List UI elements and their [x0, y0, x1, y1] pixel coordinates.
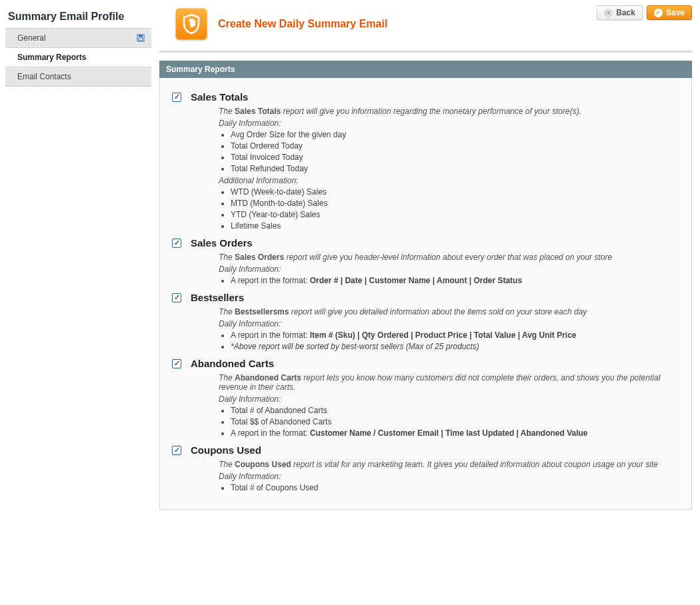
report-checkbox-sales-orders[interactable]: ✓ — [172, 239, 181, 248]
section-heading: Daily Information: — [219, 472, 679, 481]
back-button[interactable]: ‹ Back — [597, 5, 643, 20]
report-title: Sales Orders — [191, 237, 253, 249]
summary-reports-panel: Summary Reports ✓Sales TotalsThe Sales T… — [159, 61, 692, 510]
list-item: Total Ordered Today — [231, 141, 679, 151]
report-title: Abandoned Carts — [191, 358, 274, 369]
list-item: Total # of Abandoned Carts — [231, 406, 679, 415]
sidebar: Summary Email Profile GeneralSummary Rep… — [0, 0, 151, 526]
page-title: Create New Daily Summary Email — [218, 18, 387, 30]
section-items: Total # of Abandoned CartsTotal $$ of Ab… — [231, 406, 679, 438]
report-description: The Coupons Used report is vital for any… — [219, 460, 679, 469]
report-coupons-used: ✓Coupons UsedThe Coupons Used report is … — [172, 444, 679, 492]
list-item: YTD (Year-to-date) Sales — [231, 210, 679, 219]
list-item: Total Invoiced Today — [231, 153, 679, 162]
save-button[interactable]: ✓ Save — [647, 5, 692, 20]
main-content: ‹ Back ✓ Save Create New Daily Summary E… — [151, 0, 700, 526]
section-heading: Additional Information: — [219, 176, 679, 185]
shield-dog-icon — [175, 8, 207, 40]
report-description: The Sales Orders report will give you he… — [219, 253, 679, 262]
report-sales-orders: ✓Sales OrdersThe Sales Orders report wil… — [172, 237, 679, 285]
report-checkbox-bestsellers[interactable]: ✓ — [172, 293, 181, 302]
sidebar-tab-label: General — [17, 33, 46, 43]
list-item: Avg Order Size for the given day — [231, 130, 679, 139]
list-item: Lifetime Sales — [231, 221, 679, 231]
floppy-disk-icon — [137, 34, 145, 42]
check-icon: ✓ — [654, 9, 663, 17]
sidebar-title: Summary Email Profile — [5, 5, 151, 28]
list-item: A report in the format: Order # | Date |… — [231, 276, 679, 285]
section-items: WTD (Week-to-date) SalesMTD (Month-to-da… — [231, 187, 679, 231]
report-bestsellers: ✓BestsellersThe Bestsellersms report wil… — [172, 292, 679, 351]
list-item: *Above report will be sorted by best-wor… — [231, 342, 679, 351]
list-item: WTD (Week-to-date) Sales — [231, 187, 679, 197]
report-title: Bestsellers — [191, 292, 244, 303]
list-item: A report in the format: Customer Name / … — [231, 428, 679, 438]
list-item: Total # of Coupons Used — [231, 483, 679, 492]
section-items: A report in the format: Order # | Date |… — [231, 276, 679, 285]
section-items: A report in the format: Item # (Sku) | Q… — [231, 330, 679, 351]
section-items: Avg Order Size for the given dayTotal Or… — [231, 130, 679, 173]
panel-title: Summary Reports — [159, 61, 692, 78]
sidebar-tab-general[interactable]: General — [5, 29, 151, 48]
section-heading: Daily Information: — [219, 319, 679, 328]
top-button-bar: ‹ Back ✓ Save — [597, 5, 692, 20]
report-checkbox-abandoned-carts[interactable]: ✓ — [172, 359, 181, 368]
back-button-label: Back — [616, 8, 635, 17]
back-arrow-icon: ‹ — [604, 9, 613, 17]
section-heading: Daily Information: — [219, 119, 679, 128]
report-description: The Sales Totals report will give you in… — [219, 107, 679, 116]
list-item: Total $$ of Abandoned Carts — [231, 417, 679, 426]
report-sales-totals: ✓Sales TotalsThe Sales Totals report wil… — [172, 91, 679, 231]
section-heading: Daily Information: — [219, 265, 679, 274]
list-item: A report in the format: Item # (Sku) | Q… — [231, 330, 679, 340]
list-item: Total Refunded Today — [231, 164, 679, 173]
sidebar-tab-email-contacts[interactable]: Email Contacts — [5, 67, 151, 87]
svg-rect-2 — [139, 38, 143, 41]
sidebar-tabs: GeneralSummary ReportsEmail Contacts — [5, 28, 151, 87]
report-checkbox-sales-totals[interactable]: ✓ — [172, 93, 181, 102]
sidebar-tab-label: Summary Reports — [17, 53, 86, 62]
panel-body: ✓Sales TotalsThe Sales Totals report wil… — [159, 78, 692, 510]
report-description: The Bestsellersms report will give you d… — [219, 307, 679, 316]
sidebar-tab-label: Email Contacts — [17, 72, 71, 81]
list-item: MTD (Month-to-date) Sales — [231, 199, 679, 208]
section-items: Total # of Coupons Used — [231, 483, 679, 492]
report-abandoned-carts: ✓Abandoned CartsThe Abandoned Carts repo… — [172, 358, 679, 438]
report-description: The Abandoned Carts report lets you know… — [219, 373, 679, 392]
section-heading: Daily Information: — [219, 394, 679, 404]
save-button-label: Save — [666, 8, 685, 17]
svg-rect-1 — [139, 35, 143, 37]
report-checkbox-coupons-used[interactable]: ✓ — [172, 446, 181, 455]
sidebar-tab-summary-reports[interactable]: Summary Reports — [5, 48, 151, 67]
report-title: Sales Totals — [191, 91, 248, 103]
report-title: Coupons Used — [191, 444, 261, 456]
